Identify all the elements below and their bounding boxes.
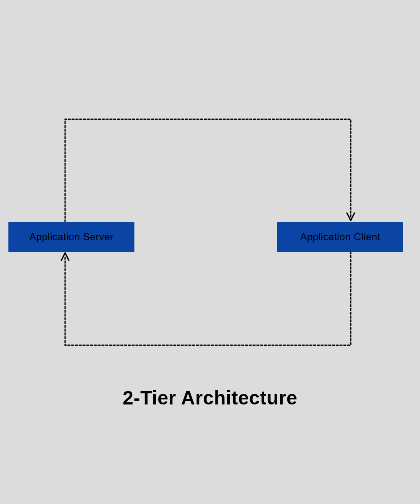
bottom-connector xyxy=(65,252,351,345)
application-client-node: Application Client xyxy=(277,222,403,252)
top-connector xyxy=(65,119,351,222)
connector-lines xyxy=(0,0,420,504)
application-server-node: Application Server xyxy=(8,222,134,252)
diagram-title: 2-Tier Architecture xyxy=(0,386,420,409)
server-label: Application Server xyxy=(29,231,113,243)
diagram-canvas: Application Server Application Client 2-… xyxy=(0,0,420,504)
client-label: Application Client xyxy=(300,231,381,243)
